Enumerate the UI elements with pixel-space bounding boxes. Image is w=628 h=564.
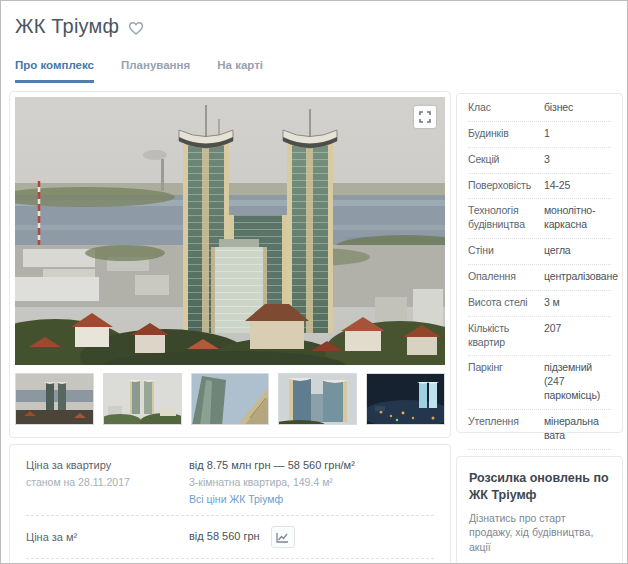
detail-label: Паркінг: [468, 361, 544, 403]
complex-page: ЖК Тріумф Про комплекс Планування На кар…: [0, 0, 628, 564]
detail-label: Клас: [468, 101, 544, 115]
detail-value: 207: [544, 322, 611, 350]
detail-row-insulation: Утеплення мінеральна вата: [468, 409, 611, 449]
detail-row-heating: Опалення централізоване: [468, 264, 611, 290]
price-apartment-value: від 8.75 млн грн — 58 560 грн/м²: [189, 459, 434, 471]
photo-gallery-card: [9, 91, 451, 438]
detail-label: Кількість квартир: [468, 322, 544, 350]
heart-icon[interactable]: [127, 19, 145, 37]
detail-value: бізнес: [544, 101, 611, 115]
detail-label: Поверховість: [468, 179, 544, 193]
detail-value: цегла: [544, 244, 611, 258]
page-header: ЖК Тріумф: [15, 15, 145, 38]
thumbnail-strip: [15, 373, 445, 425]
detail-row-class: Клас бізнес: [468, 96, 611, 121]
price-m2-value-block: від 58 560 грн: [189, 526, 434, 548]
detail-label: Технологія будівництва: [468, 204, 544, 232]
detail-label: Опалення: [468, 270, 544, 284]
price-chart-button[interactable]: [271, 526, 295, 548]
detail-value: 14-25: [544, 179, 611, 193]
detail-row-sections: Секцій 3: [468, 147, 611, 173]
detail-value: 3: [544, 153, 611, 167]
price-apartment-subvalue: 3-кімнатна квартира, 149.4 м²: [189, 476, 434, 488]
location-row: Розташування Новобудови Києва, Печерськи…: [26, 558, 434, 564]
subscribe-description: Дізнатись про старт продажу, хід будівни…: [469, 511, 610, 555]
detail-label: Стіни: [468, 244, 544, 258]
detail-value: централізоване: [544, 270, 618, 284]
detail-row-parking: Паркінг підземний (247 паркомісць): [468, 355, 611, 409]
subscribe-title: Розсилка оновлень по ЖК Тріумф: [469, 470, 610, 504]
tab-layouts[interactable]: Планування: [121, 59, 190, 83]
detail-label: Висота стелі: [468, 296, 544, 310]
thumbnail-2[interactable]: [103, 373, 182, 425]
detail-value: монолітно-каркасна: [544, 204, 611, 232]
thumbnail-1[interactable]: [15, 373, 94, 425]
fullscreen-expand-icon[interactable]: [414, 106, 436, 128]
detail-row-apartments: Кількість квартир 207: [468, 316, 611, 356]
detail-row-ceiling: Висота стелі 3 м: [468, 290, 611, 316]
pricing-card: Ціна за квартиру станом на 28.11.2017 ві…: [9, 444, 451, 564]
detail-label: Будинків: [468, 127, 544, 141]
tab-about[interactable]: Про комплекс: [15, 59, 94, 83]
main-photo[interactable]: [15, 97, 445, 365]
detail-value: підземний (247 паркомісць): [544, 361, 611, 403]
price-apartment-label: Ціна за квартиру: [26, 459, 189, 471]
subscribe-card: Розсилка оновлень по ЖК Тріумф Дізнатись…: [456, 456, 623, 564]
all-prices-link[interactable]: Всі ціни ЖК Тріумф: [189, 493, 283, 505]
detail-value: 1: [544, 127, 611, 141]
tab-map[interactable]: На карті: [217, 59, 263, 83]
page-title: ЖК Тріумф: [15, 15, 119, 38]
thumbnail-4[interactable]: [278, 373, 357, 425]
details-card: Клас бізнес Будинків 1 Секцій 3 Поверхов…: [456, 93, 623, 433]
thumbnail-5[interactable]: [366, 373, 445, 425]
detail-label: Утеплення: [468, 415, 544, 443]
price-m2-label: Ціна за м²: [26, 531, 189, 543]
price-date: станом на 28.11.2017: [26, 476, 189, 488]
detail-value: 3 м: [544, 296, 611, 310]
tab-bar: Про комплекс Планування На карті: [15, 59, 263, 83]
detail-row-buildings: Будинків 1: [468, 121, 611, 147]
detail-row-technology: Технологія будівництва монолітно-каркасн…: [468, 198, 611, 238]
detail-row-floors: Поверховість 14-25: [468, 173, 611, 199]
detail-label: Секцій: [468, 153, 544, 167]
thumbnail-3[interactable]: [191, 373, 270, 425]
price-apartment-row: Ціна за квартиру станом на 28.11.2017 ві…: [26, 449, 434, 515]
price-m2-row: Ціна за м² від 58 560 грн: [26, 515, 434, 558]
detail-value: мінеральна вата: [544, 415, 611, 443]
price-apartment-label-block: Ціна за квартиру станом на 28.11.2017: [26, 459, 189, 505]
price-apartment-value-block: від 8.75 млн грн — 58 560 грн/м² 3-кімна…: [189, 459, 434, 505]
price-m2-value: від 58 560 грн: [189, 530, 260, 542]
detail-row-walls: Стіни цегла: [468, 238, 611, 264]
